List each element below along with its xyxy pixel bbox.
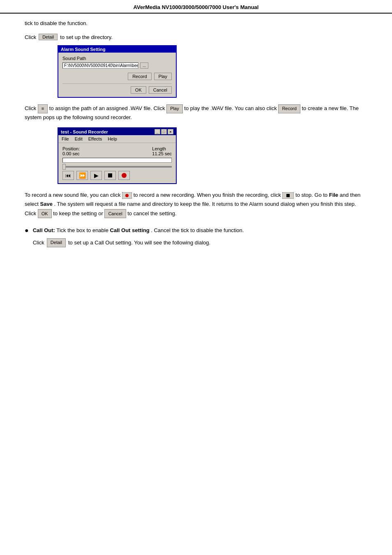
record-notes-text1: To record a new sound file, you can clic… [25, 192, 120, 198]
alarm-btn-row: Record Play [62, 73, 172, 80]
stop-icon-inline[interactable] [282, 192, 294, 199]
bullet-section: ● Call Out: Tick the box to enable Call … [25, 226, 367, 247]
callout-setting-bold: Call Out setting [110, 227, 150, 233]
callout-text1: Tick the box to enable [56, 227, 110, 233]
recorder-slider[interactable] [62, 166, 172, 168]
ok-button-inline[interactable]: OK [38, 209, 52, 219]
sound-recorder-body: Position: 0.00 sec Length 11.25 sec [58, 143, 176, 183]
callout-bold-label: Call Out: [33, 227, 55, 233]
sound-path-label: Sound Path [62, 56, 172, 61]
record-icon-inline[interactable] [122, 192, 132, 199]
fast-forward-button[interactable]: ⏩ [76, 171, 88, 180]
click-suffix: to set up the directory. [60, 34, 113, 40]
record-icon [122, 173, 127, 178]
alarm-dialog-body: Sound Path F:\NV5000\NV5000\09140\bin\Al… [58, 53, 176, 97]
alarm-record-button[interactable]: Record [128, 73, 151, 80]
sub-click-text: to set up a Call Out setting. You will s… [68, 239, 210, 247]
record-notes-text6: to keep the setting or [53, 210, 103, 216]
close-button[interactable]: × [168, 129, 173, 134]
bullet-dot: ● [25, 226, 29, 235]
play-button[interactable]: ▶ [90, 171, 102, 180]
bullet-text-callout: Call Out: Tick the box to enable Call Ou… [33, 226, 244, 247]
page-container: AVerMedia NV1000/3000/5000/7000 User's M… [0, 0, 392, 555]
alarm-cancel-button[interactable]: Cancel [149, 86, 172, 94]
record-notes-para: To record a new sound file, you can clic… [25, 191, 367, 218]
click-prefix: Click [25, 34, 36, 40]
record-button-inline[interactable]: Record [278, 104, 300, 113]
menu-effects[interactable]: Effects [88, 136, 102, 141]
detail-sub-button[interactable]: Detail [47, 238, 66, 247]
alarm-dialog-title: Alarm Sound Setting [58, 46, 176, 53]
alarm-ok-button[interactable]: OK [131, 86, 146, 94]
sound-recorder-menu: File Edit Effects Help [58, 135, 176, 143]
minimize-button[interactable]: _ [154, 129, 160, 134]
alarm-ok-cancel-row: OK Cancel [62, 83, 172, 94]
alarm-play-button[interactable]: Play [154, 73, 172, 80]
record-red-dot [125, 194, 129, 197]
para1-text1: Click [25, 105, 36, 111]
sound-recorder-title: test - Sound Recorder [61, 129, 108, 134]
header-title: AVerMedia NV1000/3000/5000/7000 User's M… [134, 4, 259, 10]
record-notes-text7: to cancel the setting. [127, 210, 176, 216]
alarm-path-row: F:\NV5000\NV5000\09140\bin\Alarm\beep.w … [62, 62, 172, 69]
sound-recorder-titlebar: test - Sound Recorder _ □ × [58, 128, 176, 135]
recorder-progress-bar [62, 158, 172, 163]
cancel-button-inline[interactable]: Cancel [104, 209, 126, 219]
menu-file[interactable]: File [62, 136, 69, 141]
disable-text: tick to disable the function. [25, 20, 88, 26]
recorder-info-row: Position: 0.00 sec Length 11.25 sec [62, 146, 172, 156]
bullet-item-callout: ● Call Out: Tick the box to enable Call … [25, 226, 367, 247]
para1-text2: to assign the path of an assigned .WAV f… [49, 105, 165, 111]
alarm-path-input[interactable]: F:\NV5000\NV5000\09140\bin\Alarm\beep.w [62, 62, 138, 69]
callout-text2: . Cancel the tick to disable the functio… [151, 227, 244, 233]
browse-icon-inline[interactable]: ≡ [38, 104, 48, 113]
slider-handle[interactable] [62, 164, 66, 170]
click-detail-row: Click Detail to set up the directory. [25, 34, 367, 40]
alarm-sound-dialog: Alarm Sound Setting Sound Path F:\NV5000… [58, 45, 177, 98]
length-value: 11.25 sec [152, 151, 172, 156]
rewind-button[interactable]: ⏮ [62, 171, 74, 180]
menu-edit[interactable]: Edit [75, 136, 83, 141]
position-value: 0.00 sec [62, 151, 80, 156]
detail-button-inline[interactable]: Detail [39, 34, 58, 40]
stop-button[interactable] [104, 171, 116, 180]
titlebar-controls: _ □ × [154, 129, 173, 134]
file-bold: File [329, 192, 338, 198]
maximize-button[interactable]: □ [161, 129, 167, 134]
stop-icon [108, 173, 112, 177]
sound-recorder-dialog: test - Sound Recorder _ □ × File Edit Ef… [58, 127, 177, 184]
play-button-inline[interactable]: Play [166, 104, 182, 113]
play-record-para: Click ≡ to assign the path of an assigne… [25, 104, 367, 122]
alarm-browse-button[interactable]: ... [140, 62, 148, 69]
recorder-controls: ⏮ ⏩ ▶ [62, 171, 172, 180]
save-bold: Save [40, 201, 53, 207]
length-label: Length [152, 146, 166, 151]
page-header: AVerMedia NV1000/3000/5000/7000 User's M… [0, 0, 392, 14]
record-notes-text2: to record a new recording. When you fini… [134, 192, 281, 198]
position-group: Position: 0.00 sec [62, 146, 80, 156]
menu-help[interactable]: Help [108, 136, 117, 141]
sub-click-prefix: Click [33, 239, 44, 247]
sub-click-row: Click Detail to set up a Call Out settin… [33, 238, 244, 247]
content-area: tick to disable the function. Click Deta… [0, 20, 392, 269]
intro-text: tick to disable the function. [25, 20, 367, 26]
recorder-slider-row [62, 166, 172, 168]
stop-black-square [286, 194, 290, 197]
record-notes-text3: to stop. Go to [295, 192, 327, 198]
record-circle-button[interactable] [118, 171, 130, 180]
length-group: Length 11.25 sec [152, 146, 172, 156]
para1-text3: to play the .WAV file. You can also clic… [184, 105, 277, 111]
position-label: Position: [62, 146, 80, 151]
